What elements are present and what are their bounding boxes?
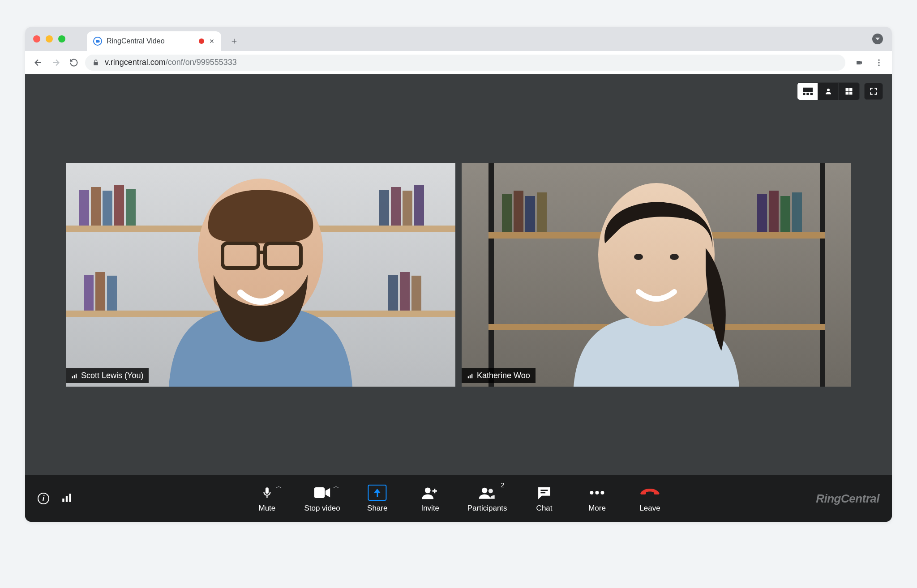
svg-rect-53: [468, 376, 469, 378]
hangup-icon: [640, 487, 660, 499]
video-tiles: Scott Lewis (You): [25, 74, 892, 475]
participants-button[interactable]: 2 Participants: [467, 484, 507, 513]
reload-button[interactable]: [67, 56, 81, 69]
browser-menu-button[interactable]: [872, 56, 886, 69]
svg-rect-57: [66, 496, 68, 502]
back-button[interactable]: [31, 56, 45, 69]
svg-rect-42: [502, 194, 512, 232]
participant-name-tag: Katherine Woo: [462, 368, 536, 383]
camera-indicator-icon[interactable]: [854, 59, 864, 66]
lock-icon: [92, 59, 99, 66]
share-label: Share: [367, 504, 387, 513]
profile-menu-button[interactable]: [872, 34, 883, 44]
svg-rect-17: [103, 191, 112, 226]
svg-rect-47: [769, 191, 779, 232]
svg-rect-23: [414, 185, 424, 226]
svg-rect-48: [780, 196, 790, 232]
svg-rect-58: [69, 494, 71, 502]
svg-rect-16: [91, 187, 101, 226]
meeting-viewport: Scott Lewis (You): [25, 74, 892, 522]
svg-rect-38: [488, 163, 494, 387]
microphone-icon: [261, 486, 273, 500]
svg-rect-8: [846, 88, 849, 91]
stop-video-button[interactable]: ︿ Stop video: [304, 484, 340, 513]
svg-rect-9: [849, 88, 853, 91]
svg-rect-45: [537, 192, 547, 232]
leave-label: Leave: [639, 504, 660, 513]
share-button[interactable]: Share: [362, 484, 393, 513]
gallery-layout-button[interactable]: [839, 83, 859, 100]
participants-count: 2: [501, 481, 505, 489]
svg-point-7: [827, 89, 830, 91]
svg-rect-20: [379, 190, 389, 226]
tab-title: RingCentral Video: [107, 37, 194, 45]
chat-label: Chat: [536, 504, 553, 513]
svg-rect-46: [757, 194, 767, 232]
minimize-window-button[interactable]: [46, 35, 53, 43]
participant-name: Scott Lewis (You): [81, 371, 143, 380]
stop-video-label: Stop video: [304, 504, 340, 513]
url-host: v.ringcentral.com: [105, 58, 166, 67]
mute-button[interactable]: ︿ Mute: [251, 484, 283, 513]
svg-rect-49: [792, 192, 802, 232]
svg-rect-15: [79, 190, 89, 226]
favicon-icon: [93, 37, 102, 46]
chevron-up-icon[interactable]: ︿: [333, 482, 339, 490]
svg-rect-29: [411, 276, 421, 311]
svg-point-61: [425, 487, 431, 493]
video-tile[interactable]: Scott Lewis (You): [66, 163, 455, 387]
svg-rect-27: [388, 275, 398, 311]
svg-point-51: [634, 254, 643, 260]
leave-button[interactable]: Leave: [634, 484, 666, 513]
invite-label: Invite: [421, 504, 439, 513]
svg-rect-39: [820, 163, 825, 387]
chevron-up-icon[interactable]: ︿: [276, 482, 282, 490]
svg-point-62: [482, 488, 488, 494]
more-button[interactable]: More: [582, 484, 613, 513]
signal-icon: [71, 373, 77, 379]
mute-label: Mute: [259, 504, 276, 513]
window-controls: [33, 27, 65, 51]
address-bar-row: v.ringcentral.com/conf/on/999555333: [25, 51, 892, 74]
svg-rect-34: [72, 376, 73, 378]
fullscreen-button[interactable]: [864, 83, 883, 100]
participant-name: Katherine Woo: [477, 371, 530, 380]
new-tab-button[interactable]: [227, 34, 242, 49]
participant-name-tag: Scott Lewis (You): [66, 368, 149, 383]
svg-point-68: [601, 491, 604, 494]
svg-rect-43: [514, 191, 523, 232]
speaker-layout-button[interactable]: [818, 83, 839, 100]
browser-tab[interactable]: RingCentral Video: [87, 31, 221, 51]
svg-rect-5: [806, 93, 809, 95]
svg-rect-10: [846, 92, 849, 95]
more-icon: [590, 490, 605, 495]
share-screen-icon: [368, 485, 387, 501]
url-path: /conf/on/999555333: [166, 58, 237, 67]
svg-rect-19: [126, 189, 136, 226]
chat-icon: [537, 486, 552, 499]
invite-button[interactable]: Invite: [415, 484, 446, 513]
forward-button[interactable]: [49, 56, 63, 69]
filmstrip-layout-button[interactable]: [797, 83, 818, 100]
video-tile[interactable]: Katherine Woo: [462, 163, 851, 387]
svg-rect-59: [266, 496, 267, 498]
svg-rect-26: [107, 276, 117, 311]
close-tab-button[interactable]: [209, 38, 215, 44]
maximize-window-button[interactable]: [58, 35, 65, 43]
chat-button[interactable]: Chat: [529, 484, 560, 513]
address-bar[interactable]: v.ringcentral.com/conf/on/999555333: [85, 55, 845, 71]
svg-rect-44: [525, 196, 535, 232]
close-window-button[interactable]: [33, 35, 40, 43]
svg-point-63: [488, 489, 493, 493]
svg-rect-22: [403, 191, 412, 226]
svg-rect-35: [74, 375, 75, 378]
connection-quality-button[interactable]: [61, 492, 73, 505]
brand-logo: RingCentral: [816, 492, 879, 506]
invite-icon: [422, 486, 438, 499]
meeting-info-button[interactable]: i: [38, 493, 49, 504]
participants-icon: [478, 486, 496, 499]
svg-rect-64: [541, 490, 548, 491]
svg-rect-4: [803, 93, 806, 95]
svg-rect-55: [471, 374, 472, 378]
participants-label: Participants: [467, 504, 507, 513]
